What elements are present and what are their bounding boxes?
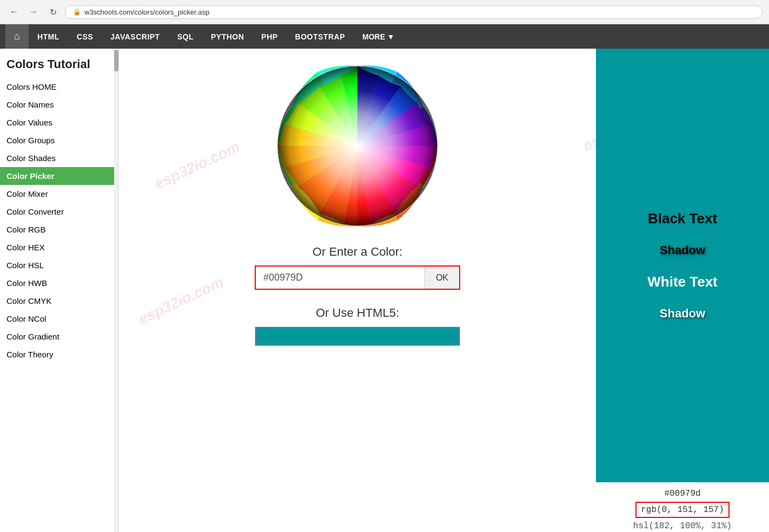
nav-php[interactable]: PHP — [253, 26, 286, 48]
black-text-demo: Black Text — [648, 210, 717, 227]
sidebar-item-color-gradient[interactable]: Color Gradient — [0, 328, 118, 345]
color-wheel-container[interactable] — [271, 59, 444, 234]
nav-sql[interactable]: SQL — [169, 26, 202, 48]
sidebar-title: Colors Tutorial — [0, 49, 118, 78]
shadow-demo-black-1: Shadow — [660, 243, 705, 257]
sidebar-item-color-rgb[interactable]: Color RGB — [0, 221, 118, 238]
sidebar-item-color-shades[interactable]: Color Shades — [0, 149, 118, 167]
sidebar-item-color-picker[interactable]: Color Picker — [0, 167, 118, 185]
browser-chrome: ← → ↻ 🔒 w3schools.com/colors/colors_pick… — [0, 0, 769, 24]
sidebar-item-color-ncol[interactable]: Color NCol — [0, 310, 118, 328]
sidebar-item-color-values[interactable]: Color Values — [0, 114, 118, 131]
sidebar-item-color-mixer[interactable]: Color Mixer — [0, 185, 118, 203]
html5-section: Or Use HTML5: — [255, 306, 460, 346]
sidebar-item-color-groups[interactable]: Color Groups — [0, 131, 118, 149]
sidebar-item-color-converter[interactable]: Color Converter — [0, 203, 118, 221]
color-input-row: OK — [255, 265, 460, 290]
ok-button[interactable]: OK — [425, 267, 459, 289]
nav-more[interactable]: MORE ▼ — [354, 26, 403, 48]
color-hsl-value: hsl(182, 100%, 31%) — [605, 521, 760, 531]
reload-button[interactable]: ↻ — [45, 4, 61, 19]
color-wheel-svg[interactable] — [271, 59, 444, 232]
color-preview: Black Text Shadow White Text Shadow — [596, 49, 769, 482]
watermark-2: esp32io.com — [136, 274, 226, 328]
lock-icon: 🔒 — [73, 8, 81, 16]
nav-css[interactable]: CSS — [68, 26, 102, 48]
sidebar-item-color-hsl[interactable]: Color HSL — [0, 256, 118, 274]
sidebar-item-color-cmyk[interactable]: Color CMYK — [0, 292, 118, 310]
top-nav: ⌂ HTML CSS JAVASCRIPT SQL PYTHON PHP BOO… — [0, 24, 769, 49]
html5-label: Or Use HTML5: — [255, 306, 460, 320]
sidebar: Colors Tutorial Colors HOME Color Names … — [0, 49, 119, 532]
white-text-demo: White Text — [647, 274, 718, 290]
home-button[interactable]: ⌂ — [5, 24, 29, 49]
enter-color-label: Or Enter a Color: — [255, 245, 460, 259]
svg-point-3 — [277, 66, 437, 226]
right-panel: esp32io.com esp32io.com Black Text Shado… — [596, 49, 769, 532]
color-hex-value: #00979d — [605, 489, 760, 498]
sidebar-item-color-theory[interactable]: Color Theory — [0, 345, 118, 363]
main-content: esp32io.com esp32io.com — [119, 49, 596, 532]
scrollbar[interactable] — [114, 49, 118, 532]
sidebar-item-colors-home[interactable]: Colors HOME — [0, 78, 118, 96]
html5-color-input[interactable] — [255, 327, 460, 346]
html5-slider-container — [255, 327, 460, 346]
back-button[interactable]: ← — [6, 4, 22, 19]
scrollbar-thumb — [114, 50, 118, 71]
shadow-demo-white-2: Shadow — [660, 307, 705, 321]
watermark-1: esp32io.com — [152, 138, 242, 193]
enter-color-section: Or Enter a Color: OK — [255, 245, 460, 290]
sidebar-item-color-hex[interactable]: Color HEX — [0, 238, 118, 256]
sidebar-item-color-hwb[interactable]: Color HWB — [0, 274, 118, 292]
nav-html[interactable]: HTML — [29, 26, 68, 48]
color-input[interactable] — [256, 267, 425, 289]
address-bar[interactable]: 🔒 w3schools.com/colors/colors_picker.asp — [65, 5, 763, 19]
layout: Colors Tutorial Colors HOME Color Names … — [0, 49, 769, 532]
color-values: #00979d rgb(0, 151, 157) hsl(182, 100%, … — [596, 482, 769, 532]
color-rgb-value: rgb(0, 151, 157) — [635, 502, 730, 518]
nav-javascript[interactable]: JAVASCRIPT — [102, 26, 169, 48]
forward-button[interactable]: → — [26, 4, 41, 19]
url-text: w3schools.com/colors/colors_picker.asp — [84, 8, 209, 16]
sidebar-item-color-names[interactable]: Color Names — [0, 96, 118, 114]
nav-python[interactable]: PYTHON — [202, 26, 253, 48]
nav-bootstrap[interactable]: BOOTSTRAP — [287, 26, 354, 48]
